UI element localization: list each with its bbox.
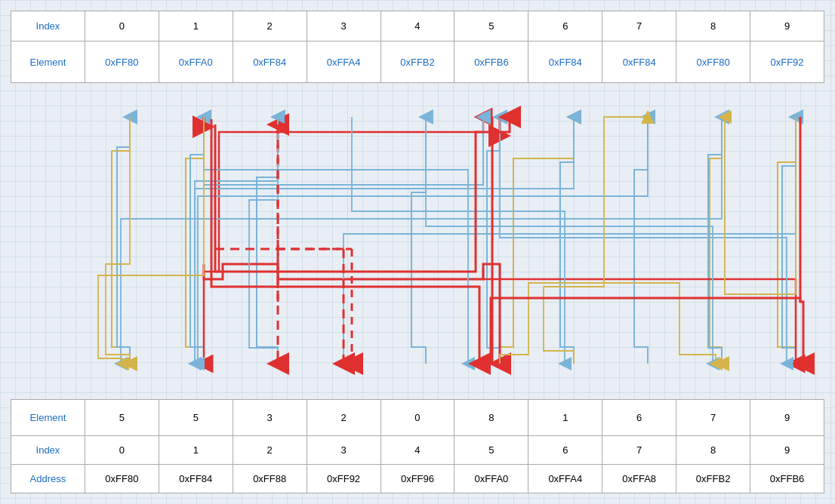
top-index-label: Index bbox=[11, 11, 85, 41]
bottom-address-6: 0xFFA4 bbox=[528, 465, 602, 493]
bottom-element-0: 5 bbox=[85, 400, 159, 436]
bottom-element-5: 8 bbox=[454, 400, 528, 436]
bottom-element-2: 3 bbox=[233, 400, 307, 436]
top-element-9: 0xFF92 bbox=[750, 41, 824, 83]
bottom-index-label: Index bbox=[11, 436, 85, 465]
bottom-element-8: 7 bbox=[676, 400, 750, 436]
bottom-address-label: Address bbox=[11, 465, 85, 493]
bottom-address-5: 0xFFA0 bbox=[454, 465, 528, 493]
bottom-index-7: 7 bbox=[602, 436, 676, 465]
bottom-index-3: 3 bbox=[307, 436, 381, 465]
top-index-4: 4 bbox=[381, 11, 454, 41]
bottom-index-6: 6 bbox=[528, 436, 602, 465]
bottom-address-9: 0xFFB6 bbox=[750, 465, 824, 493]
top-element-7: 0xFF84 bbox=[602, 41, 676, 83]
bottom-index-row: Index 0 1 2 3 4 5 6 7 8 9 bbox=[11, 436, 824, 465]
bottom-element-label: Element bbox=[11, 400, 85, 436]
top-element-0: 0xFF80 bbox=[85, 41, 159, 83]
bottom-address-8: 0xFFB2 bbox=[676, 465, 750, 493]
top-element-6: 0xFF84 bbox=[528, 41, 602, 83]
bottom-table: Element 5 5 3 2 0 8 1 6 7 9 Index 0 1 2 … bbox=[11, 399, 824, 493]
bottom-address-4: 0xFF96 bbox=[381, 465, 454, 493]
bottom-address-2: 0xFF88 bbox=[233, 465, 307, 493]
bottom-index-1: 1 bbox=[159, 436, 233, 465]
top-table: Index 0 1 2 3 4 5 6 7 8 9 Element 0xFF80… bbox=[11, 11, 824, 83]
main-container: Index 0 1 2 3 4 5 6 7 8 9 Element 0xFF80… bbox=[0, 0, 835, 504]
bottom-element-1: 5 bbox=[159, 400, 233, 436]
top-index-row: Index 0 1 2 3 4 5 6 7 8 9 bbox=[11, 11, 824, 41]
top-index-8: 8 bbox=[676, 11, 750, 41]
top-index-1: 1 bbox=[159, 11, 233, 41]
top-element-3: 0xFFA4 bbox=[307, 41, 381, 83]
bottom-index-8: 8 bbox=[676, 436, 750, 465]
bottom-index-0: 0 bbox=[85, 436, 159, 465]
bottom-index-5: 5 bbox=[454, 436, 528, 465]
bottom-address-3: 0xFF92 bbox=[307, 465, 381, 493]
top-index-2: 2 bbox=[233, 11, 307, 41]
top-element-5: 0xFFB6 bbox=[454, 41, 528, 83]
top-element-1: 0xFFA0 bbox=[159, 41, 233, 83]
bottom-element-9: 9 bbox=[750, 400, 824, 436]
bottom-address-row: Address 0xFF80 0xFF84 0xFF88 0xFF92 0xFF… bbox=[11, 465, 824, 493]
top-index-7: 7 bbox=[602, 11, 676, 41]
top-index-6: 6 bbox=[528, 11, 602, 41]
top-index-9: 9 bbox=[750, 11, 824, 41]
top-element-label: Element bbox=[11, 41, 85, 83]
top-index-5: 5 bbox=[454, 11, 528, 41]
bottom-element-6: 1 bbox=[528, 400, 602, 436]
bottom-index-4: 4 bbox=[381, 436, 454, 465]
bottom-address-1: 0xFF84 bbox=[159, 465, 233, 493]
top-element-4: 0xFFB2 bbox=[381, 41, 454, 83]
top-element-row: Element 0xFF80 0xFFA0 0xFF84 0xFFA4 0xFF… bbox=[11, 41, 824, 83]
bottom-element-7: 6 bbox=[602, 400, 676, 436]
bottom-address-0: 0xFF80 bbox=[85, 465, 159, 493]
bottom-address-7: 0xFFA8 bbox=[602, 465, 676, 493]
top-index-3: 3 bbox=[307, 11, 381, 41]
bottom-index-2: 2 bbox=[233, 436, 307, 465]
bottom-element-row: Element 5 5 3 2 0 8 1 6 7 9 bbox=[11, 400, 824, 436]
top-element-8: 0xFF80 bbox=[676, 41, 750, 83]
top-index-0: 0 bbox=[85, 11, 159, 41]
top-element-2: 0xFF84 bbox=[233, 41, 307, 83]
bottom-element-3: 2 bbox=[307, 400, 381, 436]
bottom-index-9: 9 bbox=[750, 436, 824, 465]
bottom-element-4: 0 bbox=[381, 400, 454, 436]
